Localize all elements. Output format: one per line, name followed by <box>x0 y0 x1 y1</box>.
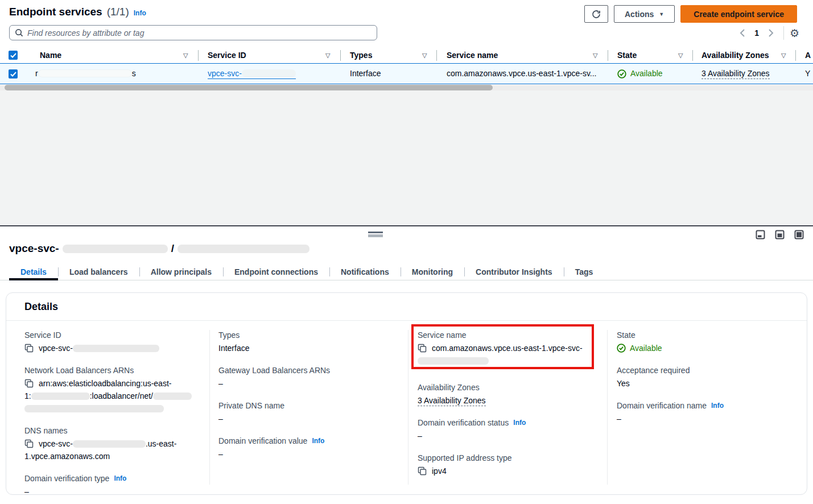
column-divider <box>340 50 341 61</box>
search-box <box>9 25 377 40</box>
service-id-link[interactable]: vpce-svc- <box>208 69 296 79</box>
tab-label: Load balancers <box>69 267 128 276</box>
field-private-dns-name: Private DNS name – <box>218 400 401 425</box>
tab-load-balancers[interactable]: Load balancers <box>58 264 139 280</box>
tab-label: Endpoint connections <box>234 267 318 276</box>
filter-icon[interactable]: ▽ <box>325 48 330 63</box>
panel-size-medium-icon[interactable] <box>775 230 785 239</box>
panel-size-small-icon[interactable] <box>756 230 765 239</box>
gear-icon[interactable]: ⚙ <box>790 28 799 39</box>
page-number[interactable]: 1 <box>749 28 764 38</box>
actions-button-label: Actions <box>625 10 654 19</box>
field-label: State <box>617 329 799 341</box>
search-input[interactable] <box>27 28 372 38</box>
column-header-service-name[interactable]: Service name <box>447 48 498 63</box>
redacted-text <box>63 245 168 253</box>
field-domain-verification-type: Domain verification type Info – <box>24 473 208 498</box>
tab-label: Details <box>20 267 47 276</box>
info-link[interactable]: Info <box>134 9 146 17</box>
field-label: Network Load Balancers ARNs <box>24 365 208 376</box>
tab-contributor-insights[interactable]: Contributor Insights <box>464 264 564 280</box>
details-card-heading: Details <box>6 293 807 321</box>
table-header: Name ▽ Service ID ▽ Types ▽ Service name… <box>0 48 813 63</box>
tab-details[interactable]: Details <box>9 264 58 280</box>
field-dns-names: DNS names vpce-svc-.us-east- 1.vpce.amaz… <box>24 425 208 462</box>
info-link[interactable]: Info <box>513 417 526 428</box>
page-title: Endpoint services <box>9 6 102 18</box>
actions-button[interactable]: Actions ▼ <box>614 5 675 23</box>
column-header-service-id[interactable]: Service ID <box>208 48 246 63</box>
filter-icon[interactable]: ▽ <box>593 48 597 63</box>
field-availability-zones: Availability Zones 3 Availability Zones <box>418 382 594 407</box>
copy-icon[interactable] <box>24 344 34 353</box>
create-endpoint-service-button[interactable]: Create endpoint service <box>680 5 797 23</box>
filter-icon[interactable]: ▽ <box>422 48 427 63</box>
tab-allow-principals[interactable]: Allow principals <box>139 264 223 280</box>
availability-zones-link[interactable]: 3 Availability Zones <box>701 69 770 79</box>
tab-endpoint-connections[interactable]: Endpoint connections <box>223 264 329 280</box>
arn-line2-mid: :loadbalancer/net/ <box>90 391 153 400</box>
details-card-content: Service ID vpce-svc- Network Load Balanc… <box>6 321 807 494</box>
panel-size-large-icon[interactable] <box>794 230 804 239</box>
state-label: Available <box>630 64 663 84</box>
status-available-icon <box>617 69 626 79</box>
tab-tags[interactable]: Tags <box>564 264 605 280</box>
copy-icon[interactable] <box>418 466 427 476</box>
redacted-text <box>153 393 192 400</box>
field-value: – <box>24 485 208 498</box>
panel-drag-handle[interactable] <box>368 232 383 237</box>
tab-notifications[interactable]: Notifications <box>329 264 401 280</box>
tab-monitoring[interactable]: Monitoring <box>401 264 464 280</box>
field-label: Domain verification name <box>617 400 707 411</box>
table-row[interactable]: rs vpce-svc- Interface com.amazonaws.vpc… <box>0 63 813 84</box>
column-header-availability-zones[interactable]: Availability Zones <box>701 48 769 63</box>
scrollbar-thumb[interactable] <box>5 85 493 90</box>
filter-icon[interactable]: ▽ <box>678 48 683 63</box>
info-link[interactable]: Info <box>114 473 126 484</box>
copy-icon[interactable] <box>24 379 34 388</box>
create-button-label: Create endpoint service <box>694 10 784 19</box>
column-divider <box>198 50 199 61</box>
field-nlb-arns: Network Load Balancers ARNs arn:aws:elas… <box>24 365 208 415</box>
info-link[interactable]: Info <box>312 435 324 447</box>
column-divider <box>795 50 796 61</box>
filter-icon[interactable]: ▽ <box>781 48 786 63</box>
field-value: Interface <box>218 342 401 354</box>
field-value: – <box>218 377 401 390</box>
field-domain-verification-value: Domain verification value Info – <box>218 435 401 460</box>
row-checkbox[interactable] <box>9 69 18 79</box>
copy-icon[interactable] <box>418 344 427 353</box>
field-value: – <box>218 448 401 460</box>
column-header-types[interactable]: Types <box>350 48 372 63</box>
copy-icon[interactable] <box>24 439 34 448</box>
service-id-prefix: vpce-svc- <box>39 344 73 353</box>
field-label: Types <box>218 329 401 341</box>
arn-line1: arn:aws:elasticloadbalancing:us-east- <box>39 379 171 388</box>
column-header-name[interactable]: Name <box>40 48 61 63</box>
availability-zones-link[interactable]: 3 Availability Zones <box>418 396 486 406</box>
tab-label: Notifications <box>341 267 389 276</box>
next-page-button[interactable] <box>764 26 778 40</box>
column-header-state[interactable]: State <box>617 48 637 63</box>
state-value: Available <box>630 342 662 354</box>
dns-line2: 1.vpce.amazonaws.com <box>24 450 208 462</box>
column-header-clipped[interactable]: A <box>805 48 811 63</box>
header-actions: Actions ▼ Create endpoint service <box>584 5 797 23</box>
field-glb-arns: Gateway Load Balancers ARNs – <box>218 365 401 390</box>
field-service-id: Service ID vpce-svc- <box>24 329 208 354</box>
previous-page-button[interactable] <box>736 26 749 40</box>
field-label: DNS names <box>24 425 208 436</box>
details-card: Details Service ID vpce-svc- Network Loa… <box>6 292 807 495</box>
select-all-checkbox[interactable] <box>9 51 18 60</box>
tab-label: Tags <box>575 267 593 276</box>
name-visible-suffix: s <box>132 69 136 78</box>
redacted-text <box>73 345 159 352</box>
info-link[interactable]: Info <box>711 400 724 411</box>
page-header: Endpoint services (1/1) Info <box>9 6 146 18</box>
filter-icon[interactable]: ▽ <box>183 48 188 63</box>
panel-tabs: Details Load balancers Allow principals … <box>0 264 813 280</box>
cell-state: Available <box>617 64 663 84</box>
split-panel: vpce-svc- / Details Load balancers Allow… <box>0 225 813 504</box>
refresh-button[interactable] <box>584 5 608 23</box>
field-value: – <box>418 429 594 442</box>
